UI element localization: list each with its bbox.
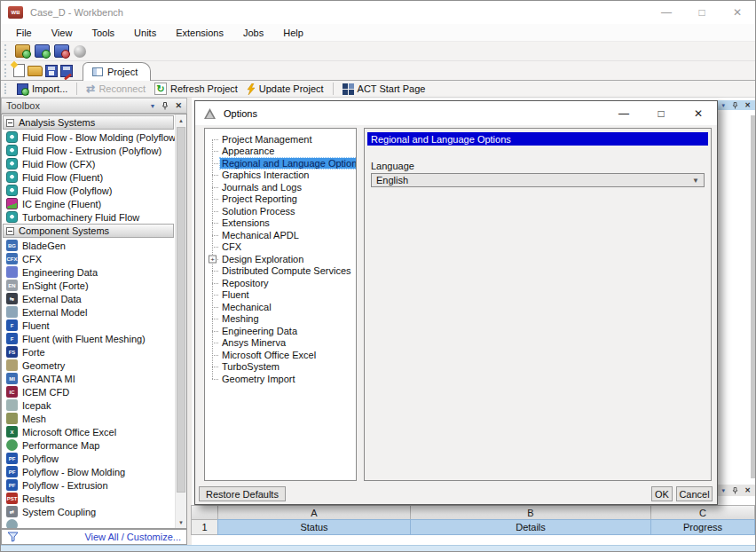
options-tree-item[interactable]: Mechanical APDL	[205, 229, 356, 241]
dialog-maximize-button[interactable]: □	[642, 101, 680, 125]
collapse-icon[interactable]	[6, 227, 14, 235]
save-icon[interactable]	[45, 65, 58, 77]
toolbox-item[interactable]: ENEnSight (Forte)	[3, 279, 174, 292]
options-tree-item[interactable]: Project Reporting	[205, 193, 356, 206]
toolbox-scrollbar[interactable]: ▲ ▼	[175, 114, 186, 528]
toolbox-item[interactable]: FFluent	[3, 319, 174, 332]
toolbox-item[interactable]: Mesh	[3, 412, 174, 425]
pin-icon[interactable]	[732, 487, 738, 494]
toolbox-item[interactable]: ⇆External Data	[3, 292, 174, 305]
menu-view[interactable]: View	[42, 24, 83, 41]
collapse-icon[interactable]	[6, 119, 14, 127]
maximize-button[interactable]: □	[684, 1, 720, 24]
open-project-wizard-icon[interactable]	[35, 44, 50, 58]
options-tree-item[interactable]: Repository	[205, 277, 356, 289]
toolbox-item[interactable]: Fluid Flow - Extrusion (Polyflow)	[3, 144, 174, 157]
options-tree-item[interactable]: Meshing	[205, 313, 356, 326]
options-tree-item-selected[interactable]: Regional and Language Options	[205, 157, 356, 170]
options-tree-item[interactable]: Ansys Minerva	[205, 337, 356, 350]
close-panel-icon[interactable]: ✕	[744, 101, 751, 109]
options-tree-item[interactable]: Distributed Compute Services	[205, 265, 356, 278]
new-file-icon[interactable]	[13, 64, 25, 77]
ok-button[interactable]: OK	[651, 486, 673, 501]
group-analysis-systems[interactable]: Analysis Systems	[3, 115, 174, 130]
toolbox-item[interactable]: BGBladeGen	[3, 239, 174, 252]
refresh-project-button[interactable]: ↻ Refresh Project	[152, 83, 240, 95]
toolbox-item[interactable]: FFluent (with Fluent Meshing)	[3, 332, 174, 345]
language-select[interactable]: English ▼	[371, 173, 705, 187]
toolbar-grip[interactable]	[4, 64, 7, 77]
toolbox-item[interactable]: Engineering Data	[3, 265, 174, 279]
options-tree-item[interactable]: Fluent	[205, 289, 356, 302]
toolbox-item[interactable]: Fluid Flow (CFX)	[3, 157, 174, 170]
toolbox-item[interactable]: Fluid Flow (Fluent)	[3, 170, 174, 184]
options-tree-item[interactable]: Graphics Interaction	[205, 170, 356, 182]
act-start-page-button[interactable]: ACT Start Page	[340, 83, 429, 95]
toolbox-item[interactable]: CFXCFX	[3, 252, 174, 265]
options-tree-item-design-exploration[interactable]: Design Exploration	[205, 253, 356, 265]
dialog-minimize-button[interactable]: —	[605, 101, 642, 125]
toolbar-grip[interactable]	[4, 83, 7, 95]
toolbox-item[interactable]: ⇄System Coupling	[3, 505, 174, 518]
options-tree-item[interactable]: Engineering Data	[205, 325, 356, 337]
toolbar-grip[interactable]	[4, 44, 7, 58]
options-tree-item[interactable]: Mechanical	[205, 301, 356, 313]
options-tree-item[interactable]: Appearance	[205, 146, 356, 158]
toolbox-item[interactable]: External Model	[3, 305, 174, 319]
toolbox-item[interactable]: Icepak	[3, 398, 174, 412]
toolbox-item[interactable]: PSTResults	[3, 492, 174, 505]
menu-file[interactable]: File	[6, 24, 42, 41]
toolbox-item[interactable]: Geometry	[3, 359, 174, 372]
toolbox-item[interactable]: Fluid Flow (Polyflow)	[3, 184, 174, 197]
save-as-icon[interactable]	[60, 65, 73, 77]
toolbox-item[interactable]: ICICEM CFD	[3, 385, 174, 398]
import-button[interactable]: Import...	[14, 83, 70, 95]
options-tree-item[interactable]: CFX	[205, 241, 356, 254]
scroll-thumb[interactable]	[177, 127, 185, 493]
toolbox-item[interactable]: PFPolyflow - Extrusion	[3, 478, 174, 492]
options-tree-item[interactable]: Microsoft Office Excel	[205, 349, 356, 361]
options-tree-item[interactable]: TurboSystem	[205, 361, 356, 374]
toolbox-item[interactable]: PFPolyflow - Blow Molding	[3, 465, 174, 478]
toolbox-item[interactable]: Fluid Flow - Blow Molding (Polyflow)	[3, 130, 174, 144]
toolbox-item[interactable]: IC Engine (Fluent)	[3, 197, 174, 210]
save-project-wizard-icon[interactable]	[54, 44, 69, 58]
options-tree-item[interactable]: Journals and Logs	[205, 181, 356, 193]
view-all-customize-link[interactable]: View All / Customize...	[84, 532, 181, 542]
restore-defaults-button[interactable]: Restore Defaults	[199, 486, 286, 501]
menu-jobs[interactable]: Jobs	[233, 24, 273, 41]
options-tree-item[interactable]: Project Management	[205, 133, 356, 146]
options-tree-item[interactable]: Geometry Import	[205, 373, 356, 385]
pin-icon[interactable]	[732, 102, 738, 109]
close-panel-icon[interactable]: ✕	[175, 101, 182, 110]
panel-menu-icon[interactable]: ▼	[721, 103, 726, 108]
scroll-up-icon[interactable]: ▲	[176, 114, 186, 126]
toolbox-item[interactable]: MIGRANTA MI	[3, 372, 174, 385]
menu-extensions[interactable]: Extensions	[166, 24, 233, 41]
panel-menu-icon[interactable]: ▼	[721, 488, 726, 493]
menu-tools[interactable]: Tools	[82, 24, 124, 41]
expand-icon[interactable]	[209, 255, 217, 263]
menu-help[interactable]: Help	[273, 24, 313, 41]
update-project-button[interactable]: Update Project	[244, 83, 327, 95]
close-panel-icon[interactable]: ✕	[744, 486, 751, 494]
open-file-icon[interactable]	[28, 66, 43, 76]
options-tree-item[interactable]: Extensions	[205, 217, 356, 230]
group-component-systems[interactable]: Component Systems	[3, 224, 174, 238]
toolbox-item[interactable]: Turbomachinery Fluid Flow	[3, 210, 174, 224]
filter-funnel-icon[interactable]	[7, 532, 19, 542]
cancel-button[interactable]: Cancel	[676, 486, 713, 501]
toolbox-item[interactable]: XMicrosoft Office Excel	[3, 425, 174, 438]
new-project-wizard-icon[interactable]	[15, 44, 30, 58]
options-tree-item[interactable]: Solution Process	[205, 205, 356, 217]
menu-units[interactable]: Units	[124, 24, 166, 41]
tab-project[interactable]: Project	[83, 62, 151, 81]
scroll-down-icon[interactable]: ▼	[176, 517, 186, 528]
toolbox-item[interactable]: Performance Map	[3, 438, 174, 452]
panel-menu-icon[interactable]: ▼	[150, 103, 156, 109]
toolbox-item[interactable]: PFPolyflow	[3, 452, 174, 465]
minimize-button[interactable]: —	[649, 1, 684, 24]
toolbox-item[interactable]: FSForte	[3, 345, 174, 359]
dialog-close-button[interactable]: ✕	[680, 101, 717, 125]
close-button[interactable]: ✕	[720, 1, 755, 24]
